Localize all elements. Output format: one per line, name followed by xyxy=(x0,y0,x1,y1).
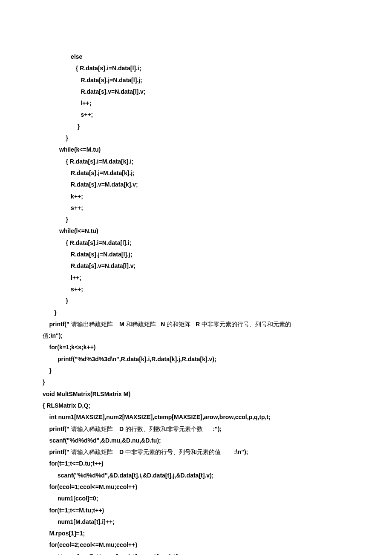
code-line: s++; xyxy=(43,111,93,118)
code-line: { R.data[s].i=M.data[k].i; xyxy=(43,158,134,165)
code-line: while(k<=M.tu) xyxy=(43,146,101,153)
code-text: 请输入稀疏矩阵 xyxy=(71,449,113,455)
code-line: R.data[s].v=N.data[l].v; xyxy=(43,88,146,95)
code-text: 值 xyxy=(43,333,49,339)
code-text: M xyxy=(113,321,126,328)
code-text: :\n"); xyxy=(49,332,63,339)
code-text: R xyxy=(190,321,202,328)
code-line: num1[M.data[t].i]++; xyxy=(43,518,115,525)
code-line: else xyxy=(43,53,82,60)
code-line: s++; xyxy=(43,204,83,211)
code-line: M.rpos[1]=1; xyxy=(43,530,85,537)
code-line: while(l<=N.tu) xyxy=(43,227,98,234)
code-text: 中非零元素的行号、列号和元素的 xyxy=(202,321,291,328)
code-text: D xyxy=(113,449,126,455)
code-line: l++; xyxy=(43,274,81,281)
code-line: l++; xyxy=(43,100,91,106)
code-text: 和稀疏矩阵 xyxy=(126,321,156,328)
code-text: 请输出稀疏矩阵 xyxy=(71,321,113,328)
code-text: 请输入稀疏矩阵 xyxy=(71,426,113,432)
code-line: printf("%d%3d%3d\n",R.data[k].i,R.data[k… xyxy=(43,356,216,362)
code-line: } xyxy=(43,309,57,316)
code-line: R.data[s].v=N.data[l].v; xyxy=(43,262,135,269)
code-text: D xyxy=(113,426,126,432)
code-line: R.data[s].j=N.data[l].j; xyxy=(43,77,142,83)
code-line: k++; xyxy=(43,193,83,200)
code-line: printf(" xyxy=(43,449,71,455)
code-document: else { R.data[s].i=N.data[l].i; R.data[s… xyxy=(0,0,392,555)
code-line: } xyxy=(43,216,68,223)
code-line: } xyxy=(43,297,68,304)
code-text: :\n"); xyxy=(221,449,248,455)
code-line: scanf("%d%d%d",&D.data[t].i,&D.data[t].j… xyxy=(43,472,213,479)
code-line: M.rpos[ccol]=M.rpos[ccol-1]+num1[ccol-1]… xyxy=(43,553,180,555)
code-line: } xyxy=(43,123,80,130)
code-text: 中非零元素的行号、列号和元素的值 xyxy=(125,449,221,455)
code-line: for(ccol=1;ccol<=M.mu;ccol++) xyxy=(43,483,137,490)
code-line: { R.data[s].i=N.data[l].i; xyxy=(43,239,131,246)
code-line: void MultSMatrix(RLSMatrix M) xyxy=(43,391,130,397)
code-line: num1[ccol]=0; xyxy=(43,495,98,502)
code-line: { R.data[s].i=N.data[l].i; xyxy=(43,65,141,72)
code-line: { RLSMatrix D,Q; xyxy=(43,402,90,409)
code-text: N xyxy=(156,321,167,328)
code-line: R.data[s].j=N.data[l].j; xyxy=(43,251,132,258)
code-line: for(ccol=2;ccol<=M.mu;ccol++) xyxy=(43,541,137,548)
code-text: 的和矩阵 xyxy=(167,321,190,328)
code-line: for(t=1;t<=M.tu;t++) xyxy=(43,507,104,514)
code-text: 的行数、列数和非零元素个数 xyxy=(125,426,203,432)
code-line: int num1[MAXSIZE],num2[MAXSIZE],ctemp[MA… xyxy=(43,414,271,420)
code-line: } xyxy=(43,135,68,141)
code-line: printf(" xyxy=(43,321,71,328)
code-line: for(k=1;k<s;k++) xyxy=(43,344,96,351)
code-line: s++; xyxy=(43,286,83,293)
code-text: :"); xyxy=(203,426,222,432)
code-line: R.data[s].v=M.data[k].v; xyxy=(43,181,138,188)
code-line: scanf("%d%d%d",&D.mu,&D.nu,&D.tu); xyxy=(43,437,161,444)
code-line: printf(" xyxy=(43,426,71,432)
code-line: } xyxy=(43,367,52,374)
code-line: R.data[s].j=M.data[k].j; xyxy=(43,170,135,176)
code-line: } xyxy=(43,379,45,385)
code-line: for(t=1;t<=D.tu;t++) xyxy=(43,460,104,467)
